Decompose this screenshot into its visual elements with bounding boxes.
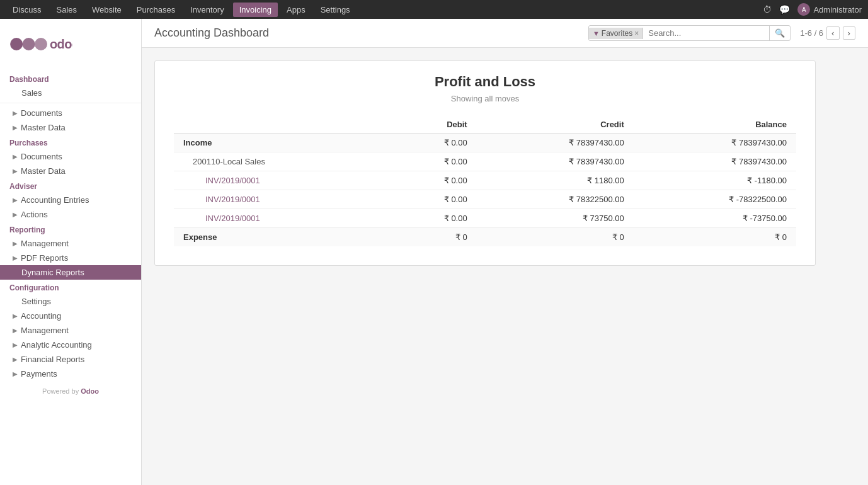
nav-menu: DiscussSalesWebsitePurchasesInventoryInv… xyxy=(6,3,763,17)
sidebar-item-label: Documents xyxy=(21,108,62,118)
main-layout: odoo DashboardSales▶ Documents▶ Master D… xyxy=(0,19,868,485)
report-title: Profit and Loss xyxy=(174,74,796,90)
content-header: Accounting Dashboard ▼ Favorites × 🔍 1-6… xyxy=(142,19,868,48)
sidebar-item-label: Accounting Entries xyxy=(21,195,89,205)
sidebar: odoo DashboardSales▶ Documents▶ Master D… xyxy=(0,19,142,485)
nav-right: ⏱ 💬 A Administrator xyxy=(763,3,862,16)
arrow-icon: ▶ xyxy=(13,254,18,261)
sidebar-item-label: Master Data xyxy=(21,123,66,132)
sidebar-item-label: Financial Reports xyxy=(21,355,84,364)
svg-text:odoo: odoo xyxy=(50,37,72,51)
col-header-credit: Credit xyxy=(477,116,634,134)
powered-brand: Odoo xyxy=(81,387,99,395)
svg-point-1 xyxy=(23,38,35,50)
nav-item-settings[interactable]: Settings xyxy=(314,3,357,17)
col-header-name xyxy=(174,116,387,134)
arrow-icon: ▶ xyxy=(13,240,18,247)
sidebar-item-label: Settings xyxy=(21,297,51,306)
search-bar: ▼ Favorites × 🔍 xyxy=(588,25,791,41)
sidebar-item-master-data[interactable]: ▶ Master Data xyxy=(0,120,141,135)
sidebar-item-master-data[interactable]: ▶ Master Data xyxy=(0,164,141,178)
clock-icon[interactable]: ⏱ xyxy=(763,4,772,14)
pagination: 1-6 / 6 ‹ › xyxy=(800,26,855,40)
sidebar-item-accounting-entries[interactable]: ▶ Accounting Entries xyxy=(0,193,141,207)
arrow-icon: ▶ xyxy=(13,356,18,363)
sidebar-section-label-3: Adviser xyxy=(0,178,141,193)
pagination-prev[interactable]: ‹ xyxy=(826,26,839,40)
nav-item-apps[interactable]: Apps xyxy=(280,3,312,17)
arrow-icon: ▶ xyxy=(13,327,18,334)
sidebar-item-analytic-accounting[interactable]: ▶ Analytic Accounting xyxy=(0,338,141,352)
filter-close-icon[interactable]: × xyxy=(634,29,639,38)
sidebar-item-documents[interactable]: ▶ Documents xyxy=(0,149,141,164)
report-table-body: Income₹ 0.00₹ 78397430.00₹ 78397430.0020… xyxy=(174,134,796,247)
svg-point-2 xyxy=(35,38,47,50)
admin-menu[interactable]: A Administrator xyxy=(797,3,862,16)
nav-item-purchases[interactable]: Purchases xyxy=(130,3,181,17)
col-header-balance: Balance xyxy=(634,116,796,134)
arrow-icon: ▶ xyxy=(13,211,18,218)
table-row[interactable]: INV/2019/0001₹ 0.00₹ 1180.00₹ -1180.00 xyxy=(174,171,796,190)
sidebar-item-label: Dynamic Reports xyxy=(21,268,84,277)
sidebar-item-dynamic-reports[interactable]: Dynamic Reports xyxy=(0,265,141,280)
table-row: Income₹ 0.00₹ 78397430.00₹ 78397430.00 xyxy=(174,134,796,152)
col-header-debit: Debit xyxy=(387,116,477,134)
sidebar-item-label: Actions xyxy=(21,210,48,219)
sidebar-item-management[interactable]: ▶ Management xyxy=(0,323,141,338)
search-input[interactable] xyxy=(643,26,769,40)
arrow-icon: ▶ xyxy=(13,124,18,131)
sidebar-item-label: PDF Reports xyxy=(21,253,68,263)
sidebar-section-label-5: Configuration xyxy=(0,280,141,294)
odoo-logo-text: odoo xyxy=(9,28,72,65)
sidebar-item-label: Sales xyxy=(21,88,42,98)
arrow-icon: ▶ xyxy=(13,370,18,377)
sidebar-item-accounting[interactable]: ▶ Accounting xyxy=(0,309,141,323)
admin-label-text: Administrator xyxy=(813,5,862,14)
sidebar-item-financial-reports[interactable]: ▶ Financial Reports xyxy=(0,352,141,367)
sidebar-item-documents[interactable]: ▶ Documents xyxy=(0,106,141,120)
search-filter-tag[interactable]: ▼ Favorites × xyxy=(589,28,643,39)
report-table: Debit Credit Balance Income₹ 0.00₹ 78397… xyxy=(174,116,796,246)
chat-icon[interactable]: 💬 xyxy=(779,4,790,14)
table-row: Expense₹ 0₹ 0₹ 0 xyxy=(174,228,796,247)
sidebar-item-label: Management xyxy=(21,239,69,248)
sidebar-item-pdf-reports[interactable]: ▶ PDF Reports xyxy=(0,251,141,265)
sidebar-section-label-4: Reporting xyxy=(0,222,141,236)
nav-item-invoicing[interactable]: Invoicing xyxy=(233,3,278,17)
table-row[interactable]: INV/2019/0001₹ 0.00₹ 73750.00₹ -73750.00 xyxy=(174,209,796,228)
pagination-next[interactable]: › xyxy=(843,26,855,40)
arrow-icon: ▶ xyxy=(13,312,18,319)
sidebar-content: DashboardSales▶ Documents▶ Master DataPu… xyxy=(0,71,141,381)
arrow-icon: ▶ xyxy=(13,153,18,160)
nav-item-sales[interactable]: Sales xyxy=(50,3,84,17)
content-area: Accounting Dashboard ▼ Favorites × 🔍 1-6… xyxy=(142,19,868,485)
sidebar-item-label: Analytic Accounting xyxy=(21,340,92,350)
arrow-icon: ▶ xyxy=(13,341,18,348)
sidebar-item-management[interactable]: ▶ Management xyxy=(0,236,141,251)
sidebar-item-settings[interactable]: Settings xyxy=(0,294,141,309)
report-subtitle: Showing all moves xyxy=(174,94,796,103)
sidebar-item-label: Accounting xyxy=(21,311,61,321)
nav-item-website[interactable]: Website xyxy=(86,3,128,17)
report-container: Profit and Loss Showing all moves Debit … xyxy=(142,48,868,485)
arrow-icon: ▶ xyxy=(13,197,18,203)
arrow-icon: ▶ xyxy=(13,110,18,117)
sidebar-item-payments[interactable]: ▶ Payments xyxy=(0,367,141,381)
pagination-label: 1-6 / 6 xyxy=(800,28,823,38)
search-button[interactable]: 🔍 xyxy=(769,26,790,40)
nav-item-discuss[interactable]: Discuss xyxy=(6,3,48,17)
page-title: Accounting Dashboard xyxy=(154,26,579,40)
sidebar-section-label-2: Purchases xyxy=(0,135,141,149)
powered-by-text: Powered by xyxy=(42,387,81,395)
sidebar-item-sales[interactable]: Sales xyxy=(0,86,141,100)
nav-item-inventory[interactable]: Inventory xyxy=(184,3,230,17)
filter-label: Favorites xyxy=(602,29,632,38)
sidebar-item-actions[interactable]: ▶ Actions xyxy=(0,207,141,222)
avatar: A xyxy=(797,3,810,16)
table-row[interactable]: INV/2019/0001₹ 0.00₹ 78322500.00₹ -78322… xyxy=(174,190,796,209)
sidebar-section-label-0: Dashboard xyxy=(0,71,141,86)
report-card: Profit and Loss Showing all moves Debit … xyxy=(154,60,816,266)
sidebar-item-label: Master Data xyxy=(21,166,66,176)
svg-point-0 xyxy=(10,38,23,50)
sidebar-item-label: Payments xyxy=(21,369,57,379)
